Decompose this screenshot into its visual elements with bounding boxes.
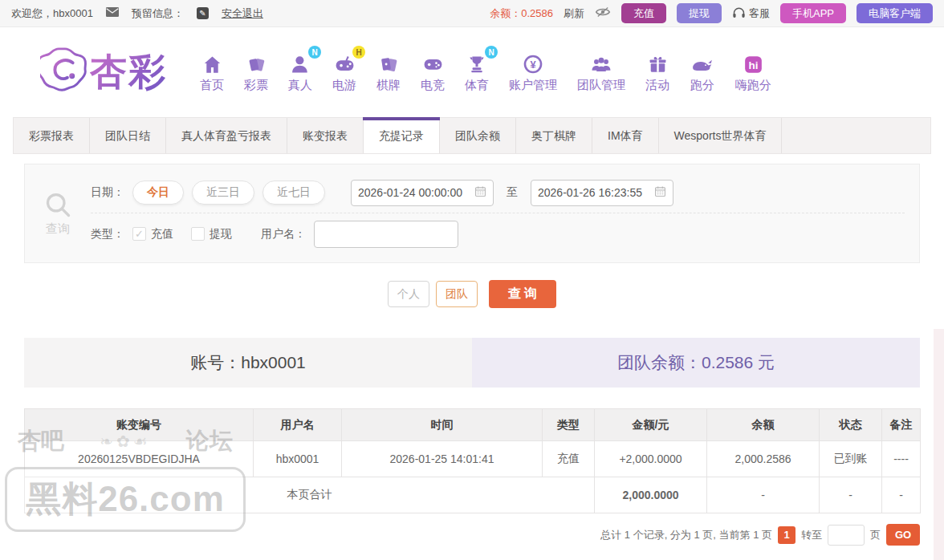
mobile-app-button[interactable]: 手机APP (780, 3, 846, 23)
summary-balance: - (707, 477, 820, 513)
pagination-info: 总计 1 个记录, 分为 1 页, 当前第 1 页 (600, 528, 772, 542)
gift-icon (647, 51, 669, 75)
cell-status: 已到账 (820, 441, 882, 477)
reserved-info-label: 预留信息： (132, 6, 184, 21)
playing-cards-icon (378, 51, 400, 75)
topbar: 欢迎您，hbx0001 预留信息： ✎ 安全退出 余额：0.2586 刷新 充值… (0, 0, 944, 27)
logout-link[interactable]: 安全退出 (222, 6, 263, 21)
table-row: 20260125VBDEGIDJHA hbx0001 2026-01-25 14… (25, 441, 921, 477)
right-edge-strip (934, 329, 944, 560)
new-badge: N (485, 46, 498, 59)
tab-deposit-withdraw-records[interactable]: 充提记录 (364, 118, 440, 153)
nav-item-sports[interactable]: N 体育 (465, 51, 489, 93)
cell-username: hbx0001 (254, 441, 342, 477)
cell-time: 2026-01-25 14:01:41 (342, 441, 543, 477)
col-username: 用户名 (254, 409, 342, 441)
report-tabbar: 彩票报表 团队日结 真人体育盈亏报表 账变报表 充提记录 团队余额 奥丁棋牌 I… (13, 117, 931, 154)
balance-label: 余额：0.2586 (490, 6, 553, 21)
yuan-coin-icon: ¥ (522, 51, 544, 75)
username-label: 用户名： (261, 227, 306, 241)
nav-item-account[interactable]: ¥ 账户管理 (509, 51, 557, 93)
page-1-button[interactable]: 1 (778, 526, 795, 544)
header: 杏彩 首页 彩票 N 真人 H 电游 棋牌 电竞 N (0, 27, 944, 117)
edit-icon[interactable]: ✎ (197, 7, 209, 19)
account-number: 账号：hbx0001 (24, 338, 472, 388)
cell-type: 充值 (543, 441, 595, 477)
actions-row: 个人 团队 查 询 (0, 280, 944, 308)
calendar-icon[interactable] (474, 185, 486, 200)
personal-button[interactable]: 个人 (388, 281, 429, 307)
date-to-input[interactable]: 2026-01-26 16:23:55 (531, 180, 673, 206)
col-change-id: 账变编号 (25, 409, 254, 441)
recharge-checkbox-wrap[interactable]: ✓ 充值 (132, 227, 173, 241)
esports-gamepad-icon (421, 51, 445, 75)
tab-im-sports[interactable]: IM体育 (592, 118, 659, 153)
team-people-icon (590, 51, 612, 75)
date-to-value: 2026-01-26 16:23:55 (538, 186, 642, 199)
tab-account-changes[interactable]: 账变报表 (287, 118, 364, 153)
brand-name: 杏彩 (90, 47, 167, 97)
col-status: 状态 (820, 409, 882, 441)
go-button[interactable]: GO (886, 524, 920, 546)
trophy-icon (466, 51, 488, 75)
svg-text:hi: hi (749, 59, 759, 71)
nav-item-esports[interactable]: 电竞 (421, 51, 445, 93)
message-icon[interactable] (106, 7, 119, 19)
col-amount: 金额/元 (595, 409, 707, 441)
tab-aoding-cards[interactable]: 奥丁棋牌 (516, 118, 592, 153)
new-badge: N (308, 46, 321, 59)
records-table: 账变编号 用户名 时间 类型 金额/元 余额 状态 备注 20260125VBD… (24, 408, 921, 513)
team-button[interactable]: 团队 (436, 281, 478, 307)
tab-team-balance[interactable]: 团队余额 (440, 118, 516, 153)
pc-client-button[interactable]: 电脑客户端 (857, 3, 933, 23)
search-block[interactable]: 查询 (25, 172, 91, 254)
tab-live-sports-pnl[interactable]: 真人体育盈亏报表 (166, 118, 287, 153)
summary-note: - (882, 477, 921, 513)
nav-item-team[interactable]: 团队管理 (577, 51, 625, 93)
tab-team-daily[interactable]: 团队日结 (90, 118, 166, 153)
balance-value: 0.2586 (521, 7, 553, 19)
nav-item-slots[interactable]: H 电游 (332, 51, 356, 93)
refresh-link[interactable]: 刷新 (564, 6, 584, 21)
preset-last-3-days[interactable]: 近三日 (192, 181, 254, 205)
nav-item-cards[interactable]: 棋牌 (376, 51, 401, 93)
recharge-button[interactable]: 充值 (621, 3, 666, 23)
recharge-checkbox[interactable]: ✓ (132, 227, 146, 241)
cell-balance: 2,000.2586 (707, 441, 820, 477)
col-type: 类型 (543, 409, 595, 441)
col-balance: 余额 (707, 409, 820, 441)
goto-page-input[interactable] (828, 525, 865, 546)
summary-label: 本页合计 (25, 477, 595, 513)
headset-icon (732, 6, 746, 21)
preset-today[interactable]: 今日 (132, 181, 184, 205)
brand-logo[interactable]: 杏彩 (40, 46, 167, 99)
withdraw-checkbox[interactable] (191, 227, 205, 241)
preset-last-7-days[interactable]: 近七日 (262, 181, 325, 205)
eye-off-icon[interactable] (595, 6, 611, 21)
search-icon (43, 190, 72, 221)
nav-item-activity[interactable]: 活动 (645, 51, 669, 93)
team-balance: 团队余额：0.2586 元 (472, 338, 920, 388)
nav-item-paofen[interactable]: 跑分 (690, 51, 715, 93)
pagination: 总计 1 个记录, 分为 1 页, 当前第 1 页 1 转至 页 GO (24, 524, 920, 546)
type-label: 类型： (91, 227, 124, 241)
withdraw-checkbox-wrap[interactable]: 提现 (191, 227, 232, 241)
summary-amount: 2,000.0000 (595, 477, 707, 513)
date-range-to-label: 至 (507, 185, 518, 200)
customer-service-link[interactable]: 客服 (732, 6, 770, 21)
query-button[interactable]: 查 询 (489, 280, 556, 308)
tab-lottery-report[interactable]: 彩票报表 (14, 118, 90, 153)
date-from-input[interactable]: 2026-01-24 00:00:00 (351, 180, 494, 206)
withdraw-button[interactable]: 提现 (677, 3, 722, 23)
search-block-label: 查询 (46, 221, 70, 237)
nav-item-live[interactable]: N 真人 (288, 51, 312, 93)
calendar-icon[interactable] (654, 185, 666, 200)
nav-item-lottery[interactable]: 彩票 (244, 51, 268, 93)
nav-item-home[interactable]: 首页 (200, 51, 224, 93)
svg-text:¥: ¥ (530, 59, 536, 71)
nav-item-hi-paofen[interactable]: hi 嗨跑分 (735, 51, 771, 93)
col-note: 备注 (882, 409, 921, 441)
username-input[interactable] (314, 221, 458, 248)
tab-wesports[interactable]: Wesports世界体育 (659, 118, 783, 153)
date-label: 日期： (91, 185, 124, 200)
